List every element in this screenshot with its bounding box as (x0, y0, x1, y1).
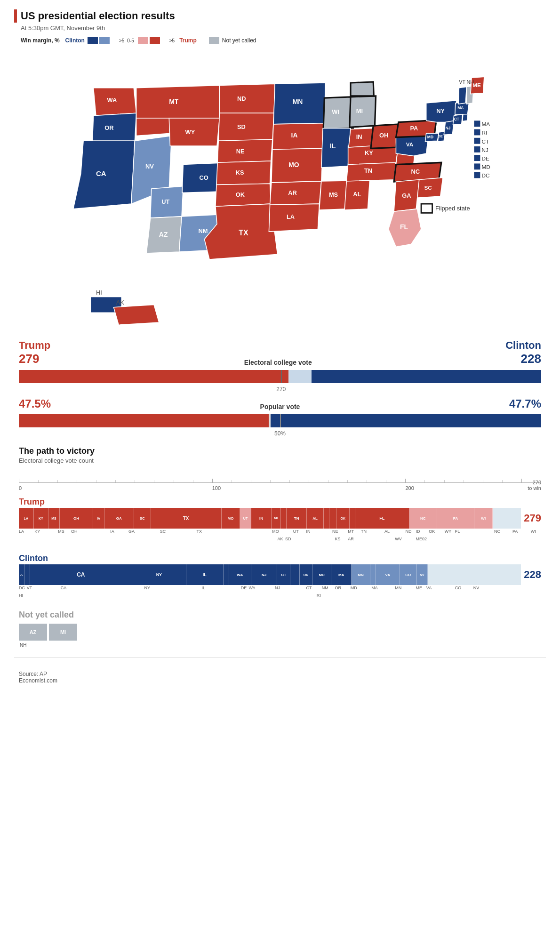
trump-ec-label: Trump (19, 339, 50, 352)
ptv-block-va: VA (376, 564, 400, 585)
lbl-fl: FL (455, 529, 460, 534)
popular-section: 47.5% Popular vote 47.7% 50% (14, 397, 546, 427)
map-container: WA OR CA ID NV MT WY (14, 48, 546, 330)
svg-text:WY: WY (185, 128, 195, 136)
svg-text:UT: UT (161, 198, 169, 205)
svg-text:NY: NY (436, 107, 445, 114)
ptv-block-sc: SC (134, 508, 151, 529)
svg-text:MA: MA (482, 121, 490, 127)
lbl-ks: KS (335, 537, 341, 541)
main-title: US presidential election results (21, 10, 175, 22)
pv-50-label: 50% (274, 430, 286, 437)
range-labels: >5 0-5 (119, 38, 136, 43)
svg-text:MN: MN (293, 98, 303, 105)
ptv-block-oh: OH (60, 508, 93, 529)
svg-text:IA: IA (291, 131, 298, 139)
clbl-md: MD (351, 586, 357, 590)
ptv-block-wa: WA (229, 564, 251, 585)
clbl-de: DE (241, 586, 247, 590)
state-ia (272, 123, 324, 150)
ptv-block-id (329, 508, 337, 529)
svg-text:PA: PA (410, 125, 418, 132)
svg-text:WA: WA (107, 96, 117, 104)
svg-text:HI: HI (96, 289, 102, 296)
clinton-legend-boxes (88, 37, 110, 44)
source-line: Source: AP (14, 671, 546, 677)
ptv-block-dc: DC (19, 564, 24, 585)
clbl-ca: CA (61, 586, 67, 590)
svg-text:MS: MS (329, 191, 338, 198)
lbl-in: IN (306, 529, 311, 534)
not-called-section: Not yet called AZ MI NH (14, 610, 546, 648)
svg-text:DE: DE (482, 155, 489, 161)
ec-clinton-bar (312, 370, 541, 383)
clinton-ptv-row: Clinton DC CA NY IL WA (19, 554, 541, 601)
svg-text:DE: DE (438, 134, 442, 138)
svg-text:AK: AK (116, 299, 125, 306)
lbl-tx: TX (196, 529, 202, 534)
trump-light-box (138, 37, 148, 44)
legend-dc-box (474, 172, 480, 178)
ptv-block-ky: KY (34, 508, 49, 529)
subtitle: At 5:30pm GMT, November 9th (21, 24, 546, 32)
svg-text:SC: SC (424, 185, 432, 191)
economist-branding: Economist.com (14, 677, 546, 684)
nc-below-labels: NH (19, 642, 541, 648)
trump-ptv-label: Trump (19, 497, 541, 507)
clinton-bottom-labels: HI RI (19, 593, 541, 601)
trump-state-blocks: LA KY MS OH IA GA SC TX MO (19, 508, 521, 529)
clbl-nm: NM (322, 586, 328, 590)
svg-text:CO: CO (200, 174, 208, 181)
pv-trump-pct: 47.5% (19, 397, 51, 410)
ec-270-marker (281, 370, 282, 383)
svg-text:CT: CT (482, 138, 489, 144)
ptv-block-al: AL (307, 508, 324, 529)
clbl-dc: DC (19, 586, 25, 590)
clinton-ptv-label: Clinton (19, 554, 541, 563)
ptv-block-vt (24, 564, 30, 585)
svg-text:VA: VA (406, 141, 414, 147)
legend-md-box (474, 163, 480, 169)
svg-text:AZ: AZ (159, 231, 168, 238)
svg-text:IN: IN (356, 133, 362, 140)
win-margin-label: Win margin, % (21, 37, 60, 44)
svg-text:NE: NE (236, 148, 245, 155)
state-or (92, 113, 136, 141)
clbl-or: OR (335, 586, 342, 590)
lbl-wi: WI (531, 529, 536, 534)
lbl-mo: MO (272, 529, 279, 534)
nc-block-mi: MI (49, 624, 77, 641)
ptv-block-wy (350, 508, 355, 529)
ptv-block-ny: NY (132, 564, 186, 585)
svg-text:KY: KY (365, 149, 373, 156)
svg-text:LA: LA (287, 213, 295, 220)
ptv-block-la: LA (19, 508, 34, 529)
lbl-oh: OH (71, 529, 78, 534)
svg-text:KS: KS (236, 169, 244, 176)
trump-ptv-row: Trump LA KY MS OH IA GA SC (19, 497, 541, 544)
pv-bar-wrapper: 50% (19, 414, 541, 427)
ptv-block-fl: FL (355, 508, 409, 529)
ptv-block-ga: GA (104, 508, 134, 529)
lbl-id: ID (416, 529, 420, 534)
clinton-dark-box (88, 37, 98, 44)
lbl-wv: WV (395, 537, 402, 541)
not-called-box (209, 37, 219, 44)
clbl-nv: NV (473, 586, 480, 590)
ptv-block-nc: NC (409, 508, 437, 529)
not-called-legend: Not yet called (209, 37, 256, 44)
svg-text:ND: ND (237, 95, 246, 102)
clbl-va: VA (426, 586, 432, 590)
svg-text:NC: NC (411, 168, 420, 175)
svg-text:GA: GA (402, 192, 411, 199)
trump-ptv-total: 279 (521, 508, 541, 529)
svg-text:CT: CT (454, 117, 460, 121)
ptv-block-mn: MN (352, 564, 370, 585)
ptv-block-ok: OK (336, 508, 350, 529)
pv-clinton-pct: 47.7% (509, 397, 541, 410)
lbl-ky: KY (34, 529, 40, 534)
svg-text:OK: OK (236, 191, 245, 198)
ptv-block-ma: MA (331, 564, 352, 585)
ptv-block-ne: NE (272, 508, 281, 529)
lbl-ne: NE (332, 529, 338, 534)
